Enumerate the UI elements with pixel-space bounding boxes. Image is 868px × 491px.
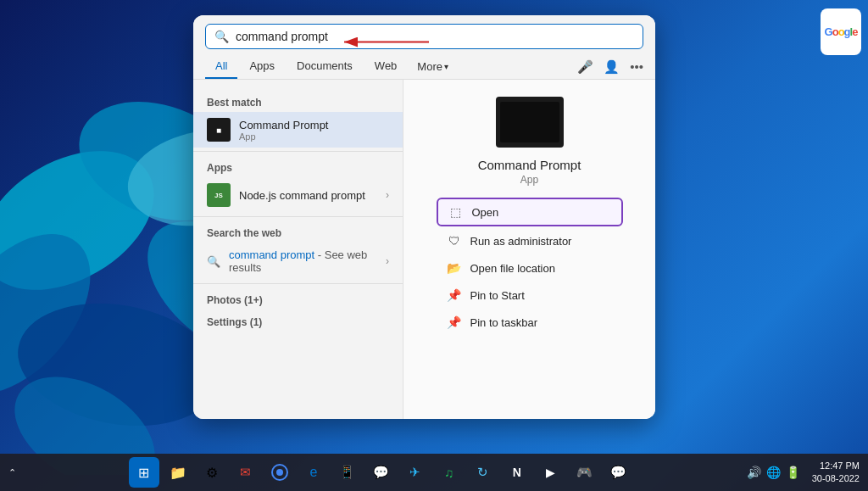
notion-button[interactable]: N (502, 457, 532, 488)
settings-section-header[interactable]: Settings (1) (193, 310, 403, 332)
open-icon: ⬚ (448, 205, 464, 219)
desktop: Google 🔍 command prompt All Apps Documen… (0, 0, 868, 491)
edge-button[interactable]: e (298, 457, 329, 488)
chat-button[interactable]: 💬 (604, 457, 634, 488)
photos-section-header[interactable]: Photos (1+) (193, 287, 403, 310)
google-icon[interactable]: Google (821, 8, 861, 55)
run-as-admin-label: Run as administrator (470, 235, 572, 248)
nav-tabs: All Apps Documents Web More ▾ 🎤 👤 ••• (193, 49, 655, 80)
mail-button[interactable]: ✉ (231, 457, 261, 488)
search-input-value[interactable]: command prompt (236, 30, 634, 43)
divider3 (193, 283, 403, 284)
tab-all[interactable]: All (205, 54, 237, 79)
more-options-icon[interactable]: ••• (630, 59, 643, 74)
pin-to-start-label: Pin to Start (470, 289, 525, 302)
app-preview-type: App (520, 174, 538, 186)
web-query-text: command prompt (229, 248, 314, 261)
game-button[interactable]: 🎮 (570, 457, 600, 488)
action-list: ⬚ Open 🛡 Run as administrator 📂 Open fil… (437, 198, 623, 337)
nav-right-icons: 🎤 👤 ••• (577, 59, 643, 75)
notification-chevron-icon[interactable]: ⌃ (8, 467, 16, 478)
shield-icon: 🛡 (447, 234, 462, 248)
app-preview-name: Command Prompt (478, 158, 581, 172)
search-panel: 🔍 command prompt All Apps Documents Web … (193, 15, 655, 419)
terminal-button[interactable]: ▶ (536, 457, 566, 488)
best-match-texts: Command Prompt App (239, 119, 389, 142)
best-match-item[interactable]: ■ Command Prompt App (193, 112, 403, 148)
nodejs-chevron-icon: › (386, 189, 389, 201)
tab-more[interactable]: More ▾ (409, 55, 457, 78)
pin-taskbar-icon: 📌 (447, 315, 462, 329)
chrome-button[interactable] (264, 457, 295, 488)
volume-icon[interactable]: 🔊 (747, 466, 761, 479)
photos-label: Photos (1+) (207, 294, 263, 306)
pin-to-taskbar-label: Pin to taskbar (470, 316, 538, 329)
search-input-icon: 🔍 (214, 30, 229, 43)
best-match-label: Best match (193, 90, 403, 112)
battery-icon[interactable]: 🔋 (786, 466, 800, 479)
pin-to-start-button[interactable]: 📌 Pin to Start (437, 282, 623, 308)
mic-icon[interactable]: 🎤 (577, 59, 593, 75)
app-preview: Command Prompt App ⬚ Open 🛡 Run as admin… (417, 97, 642, 337)
phone-link-button[interactable]: 📱 (332, 457, 363, 488)
run-as-admin-button[interactable]: 🛡 Run as administrator (437, 228, 623, 254)
nodejs-texts: Node.js command prompt (239, 189, 377, 202)
folder-icon: 📂 (447, 261, 462, 275)
search-web-label: Search the web (193, 220, 403, 243)
open-file-location-button[interactable]: 📂 Open file location (437, 255, 623, 281)
arrow-annotation (331, 34, 432, 51)
taskbar-sys-icons: 🔊 🌐 🔋 (747, 466, 800, 479)
open-file-location-label: Open file location (470, 262, 555, 275)
divider1 (193, 151, 403, 152)
open-label: Open (472, 206, 499, 219)
cmd-icon: ■ (207, 118, 231, 142)
settings-button[interactable]: ⚙ (197, 457, 227, 488)
taskbar-right-area: 🔊 🌐 🔋 12:47 PM 30-08-2022 (747, 460, 860, 486)
network-icon[interactable]: 🌐 (766, 466, 781, 479)
taskbar-center-icons: ⊞ 📁 ⚙ ✉ e 📱 💬 ✈ ♫ ↻ N ▶ 🎮 💬 (16, 457, 747, 488)
time-display: 12:47 PM (812, 460, 860, 472)
whatsapp-button[interactable]: 💬 (366, 457, 397, 488)
taskbar: ⌃ ⊞ 📁 ⚙ ✉ e 📱 💬 ✈ ♫ ↻ N ▶ 🎮 💬 (0, 454, 868, 491)
date-display: 30-08-2022 (812, 472, 860, 485)
taskbar-sys-tray-left: ⌃ (8, 467, 16, 478)
nodejs-icon: JS (207, 183, 231, 207)
apps-section-label: Apps (193, 155, 403, 177)
app-thumbnail (496, 97, 564, 148)
best-match-type: App (239, 131, 389, 142)
spotify-button[interactable]: ♫ (434, 457, 465, 488)
best-match-name: Command Prompt (239, 119, 389, 131)
left-panel: Best match ■ Command Prompt App Apps JS (193, 80, 403, 419)
user-icon[interactable]: 👤 (604, 59, 620, 75)
file-explorer-button[interactable]: 📁 (163, 457, 193, 488)
main-content: Best match ■ Command Prompt App Apps JS (193, 80, 655, 419)
telegram-button[interactable]: ✈ (400, 457, 431, 488)
divider2 (193, 216, 403, 217)
nodejs-name: Node.js command prompt (239, 189, 377, 202)
settings-label: Settings (1) (207, 316, 262, 328)
start-button[interactable]: ⊞ (129, 457, 159, 488)
taskbar-clock[interactable]: 12:47 PM 30-08-2022 (812, 460, 860, 486)
web-item-text: command prompt - See web results (229, 248, 377, 274)
svg-point-11 (276, 469, 283, 476)
tab-documents[interactable]: Documents (287, 54, 363, 79)
chevron-down-icon: ▾ (444, 62, 448, 71)
pin-start-icon: 📌 (447, 288, 462, 302)
tab-web[interactable]: Web (364, 54, 408, 79)
tab-apps[interactable]: Apps (239, 54, 285, 79)
refresh-button[interactable]: ↻ (468, 457, 498, 488)
nodejs-prompt-item[interactable]: JS Node.js command prompt › (193, 177, 403, 213)
web-chevron-icon: › (386, 255, 389, 267)
search-web-item[interactable]: 🔍 command prompt - See web results › (193, 243, 403, 280)
pin-to-taskbar-button[interactable]: 📌 Pin to taskbar (437, 310, 623, 335)
right-panel: Command Prompt App ⬚ Open 🛡 Run as admin… (403, 80, 655, 419)
web-search-icon: 🔍 (207, 255, 220, 268)
open-button[interactable]: ⬚ Open (437, 198, 623, 226)
app-thumbnail-inner (500, 102, 559, 142)
